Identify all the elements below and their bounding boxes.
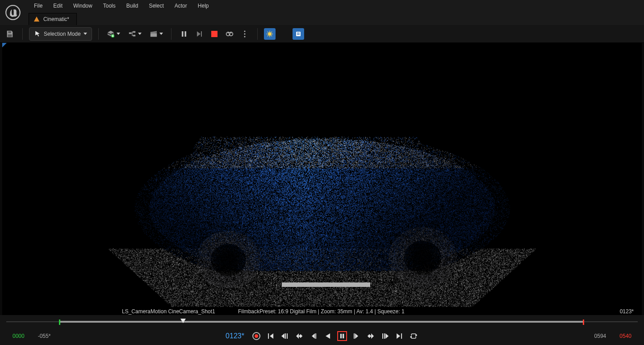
titlebar: File Edit Window Tools Build Select Acto… xyxy=(0,0,644,25)
stop-pie-button[interactable] xyxy=(208,28,221,40)
mode-label: Selection Mode xyxy=(44,31,81,37)
svg-rect-36 xyxy=(343,334,344,338)
menu-actor[interactable]: Actor xyxy=(169,1,192,11)
sequencer-transport: 0000 -055* 0123* 0594 0540 xyxy=(0,315,644,345)
menu-window[interactable]: Window xyxy=(68,1,98,11)
go-to-start-button[interactable] xyxy=(266,331,276,341)
svg-marker-43 xyxy=(385,333,389,339)
document-tabs: Cinematic* xyxy=(26,11,644,25)
svg-rect-25 xyxy=(268,333,269,339)
svg-point-19 xyxy=(244,33,245,34)
svg-rect-10 xyxy=(182,31,184,37)
svg-rect-6 xyxy=(133,31,135,33)
menubar: File Edit Window Tools Build Select Acto… xyxy=(26,0,644,11)
next-key-button[interactable] xyxy=(366,331,376,341)
menu-select[interactable]: Select xyxy=(143,1,169,11)
svg-rect-11 xyxy=(184,31,186,37)
pause-pie-button[interactable] xyxy=(178,28,190,40)
jump-prev-cut-button[interactable] xyxy=(280,331,290,341)
pie-options-button[interactable] xyxy=(238,28,251,40)
eject-button[interactable] xyxy=(223,28,236,40)
scrub-in-marker[interactable] xyxy=(59,320,60,325)
svg-rect-35 xyxy=(340,334,342,338)
jump-next-cut-button[interactable] xyxy=(380,331,390,341)
svg-rect-31 xyxy=(299,334,302,338)
frame-advance-button[interactable] xyxy=(193,28,205,40)
chevron-down-icon xyxy=(117,33,120,35)
chevron-down-icon xyxy=(84,33,87,35)
svg-marker-34 xyxy=(326,333,330,339)
svg-rect-24 xyxy=(297,34,300,35)
step-forward-button[interactable] xyxy=(351,331,361,341)
svg-rect-33 xyxy=(315,333,316,339)
svg-rect-23 xyxy=(297,33,300,34)
svg-rect-17 xyxy=(227,32,232,33)
render-progress-bar xyxy=(282,282,370,287)
svg-rect-5 xyxy=(129,32,131,34)
end-frame-a-field[interactable]: 0594 xyxy=(594,333,606,339)
svg-rect-29 xyxy=(287,333,288,339)
selection-mode-dropdown[interactable]: Selection Mode xyxy=(29,27,92,41)
cinematics-dropdown[interactable] xyxy=(148,28,165,40)
svg-rect-28 xyxy=(285,333,286,339)
camera-name-label: LS_CameraMotion CineCamera_Shot1 xyxy=(122,308,215,315)
end-frame-b-field[interactable]: 0540 xyxy=(619,333,631,339)
svg-marker-40 xyxy=(371,333,374,339)
svg-point-0 xyxy=(6,5,20,20)
svg-point-18 xyxy=(244,30,245,32)
tab-label: Cinematic* xyxy=(43,16,69,22)
menu-help[interactable]: Help xyxy=(192,1,214,11)
scrub-bar[interactable] xyxy=(6,320,638,325)
viewport-render xyxy=(2,43,642,315)
main-toolbar: Selection Mode xyxy=(0,25,644,43)
menu-file[interactable]: File xyxy=(29,1,48,11)
svg-rect-42 xyxy=(384,333,385,339)
svg-point-20 xyxy=(244,36,245,37)
in-frame-field[interactable]: 0000 xyxy=(13,333,25,339)
svg-marker-12 xyxy=(197,31,201,37)
svg-marker-26 xyxy=(270,333,273,339)
menu-edit[interactable]: Edit xyxy=(48,1,68,11)
chevron-down-icon xyxy=(138,33,142,35)
scrub-active-range xyxy=(59,321,584,323)
svg-marker-32 xyxy=(312,333,315,339)
svg-rect-13 xyxy=(201,31,202,37)
svg-rect-45 xyxy=(401,333,402,339)
scrub-playhead[interactable] xyxy=(180,319,186,323)
blueprint-button[interactable] xyxy=(293,28,304,40)
pause-button[interactable] xyxy=(337,331,347,341)
play-reverse-button[interactable] xyxy=(323,331,333,341)
prev-key-button[interactable] xyxy=(294,331,304,341)
menu-tools[interactable]: Tools xyxy=(98,1,121,11)
add-content-dropdown[interactable] xyxy=(105,28,122,40)
record-button[interactable] xyxy=(251,331,261,341)
svg-rect-2 xyxy=(8,31,11,33)
current-frame-field[interactable]: 0123* xyxy=(226,332,244,340)
tab-cinematic[interactable]: Cinematic* xyxy=(29,13,77,25)
blueprints-dropdown[interactable] xyxy=(126,28,143,40)
save-button[interactable] xyxy=(4,28,16,40)
svg-marker-38 xyxy=(355,333,358,339)
sky-atmosphere-button[interactable] xyxy=(264,28,276,40)
menu-build[interactable]: Build xyxy=(121,1,144,11)
svg-marker-1 xyxy=(34,17,39,21)
svg-rect-8 xyxy=(151,33,157,37)
frame-overlay-label: 0123* xyxy=(620,308,634,315)
viewport[interactable]: LS_CameraMotion CineCamera_Shot1 Filmbac… xyxy=(2,43,642,315)
svg-rect-37 xyxy=(354,333,355,339)
svg-point-21 xyxy=(268,32,272,36)
svg-marker-30 xyxy=(296,333,299,339)
offset-frame-field[interactable]: -055* xyxy=(38,333,51,339)
scrub-out-marker[interactable] xyxy=(583,320,584,325)
chevron-down-icon xyxy=(159,33,163,35)
svg-marker-44 xyxy=(397,333,400,339)
svg-marker-27 xyxy=(281,333,284,339)
svg-rect-41 xyxy=(382,333,383,339)
step-back-button[interactable] xyxy=(309,331,318,341)
loop-button[interactable] xyxy=(409,331,418,341)
app-logo xyxy=(0,0,26,25)
svg-rect-39 xyxy=(368,334,371,338)
svg-rect-3 xyxy=(8,34,12,36)
cursor-icon xyxy=(34,30,41,38)
go-to-end-button[interactable] xyxy=(394,331,404,341)
